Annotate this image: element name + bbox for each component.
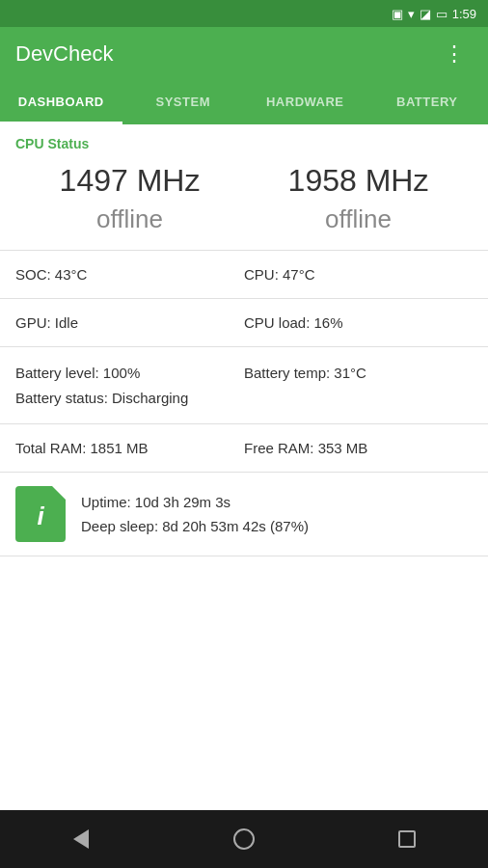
- cpu-status-row: offline offline: [0, 203, 488, 250]
- battery-temp: Battery temp: 31°C: [244, 361, 473, 386]
- nav-home-icon: [233, 828, 255, 850]
- deep-sleep-value: Deep sleep: 8d 20h 53m 42s (87%): [81, 514, 309, 539]
- nav-back-icon: [73, 829, 89, 849]
- nav-home-button[interactable]: [215, 810, 273, 868]
- soc-cpu-row: SOC: 43°C CPU: 47°C: [0, 251, 488, 299]
- tab-bar: DASHBOARD SYSTEM HARDWARE BATTERY: [0, 81, 488, 124]
- uptime-value: Uptime: 10d 3h 29m 3s: [81, 490, 309, 515]
- cpu-status-2: offline: [244, 204, 473, 234]
- uptime-icon: i: [15, 486, 66, 542]
- battery-icon: ▭: [436, 7, 447, 21]
- cpu-freq-2: 1958 MHz: [244, 163, 473, 199]
- tab-system[interactable]: SYSTEM: [122, 81, 245, 122]
- tab-hardware[interactable]: HARDWARE: [244, 81, 366, 122]
- battery-row: Battery level: 100% Battery temp: 31°C B…: [0, 347, 488, 424]
- battery-status: Battery status: Discharging: [15, 386, 473, 411]
- nav-recent-button[interactable]: [378, 810, 436, 868]
- nav-bar: [0, 810, 488, 868]
- overflow-menu-icon[interactable]: ⋮: [436, 34, 473, 74]
- soc-temp: SOC: 43°C: [15, 266, 244, 283]
- cpu-status-header: CPU Status: [0, 124, 488, 159]
- ram-row: Total RAM: 1851 MB Free RAM: 353 MB: [0, 424, 488, 473]
- wifi-icon: ▾: [408, 7, 415, 21]
- cpu-freq-row: 1497 MHz 1958 MHz: [0, 159, 488, 203]
- uptime-row: i Uptime: 10d 3h 29m 3s Deep sleep: 8d 2…: [0, 473, 488, 556]
- status-bar: ▣ ▾ ◪ ▭ 1:59: [0, 0, 488, 27]
- status-icons: ▣ ▾ ◪ ▭ 1:59: [392, 7, 476, 21]
- gpu-status: GPU: Idle: [15, 314, 244, 331]
- tab-dashboard[interactable]: DASHBOARD: [0, 81, 122, 122]
- main-content: CPU Status 1497 MHz 1958 MHz offline off…: [0, 124, 488, 810]
- uptime-icon-letter: i: [37, 502, 43, 531]
- total-ram: Total RAM: 1851 MB: [15, 440, 244, 456]
- cpu-temp: CPU: 47°C: [244, 266, 473, 283]
- status-time: 1:59: [452, 7, 476, 21]
- tab-battery[interactable]: BATTERY: [366, 81, 489, 122]
- signal-icon: ◪: [420, 7, 431, 21]
- cpu-status-1: offline: [15, 204, 244, 234]
- app-bar: DevCheck ⋮: [0, 27, 488, 81]
- free-ram: Free RAM: 353 MB: [244, 440, 473, 456]
- app-title: DevCheck: [15, 41, 113, 67]
- battery-level: Battery level: 100%: [15, 361, 244, 386]
- vibrate-icon: ▣: [392, 7, 403, 21]
- cpu-freq-1: 1497 MHz: [15, 163, 244, 199]
- uptime-text-block: Uptime: 10d 3h 29m 3s Deep sleep: 8d 20h…: [81, 490, 309, 539]
- gpu-cpu-load-row: GPU: Idle CPU load: 16%: [0, 299, 488, 347]
- cpu-load: CPU load: 16%: [244, 314, 473, 331]
- nav-back-button[interactable]: [52, 810, 110, 868]
- nav-recent-icon: [398, 830, 416, 848]
